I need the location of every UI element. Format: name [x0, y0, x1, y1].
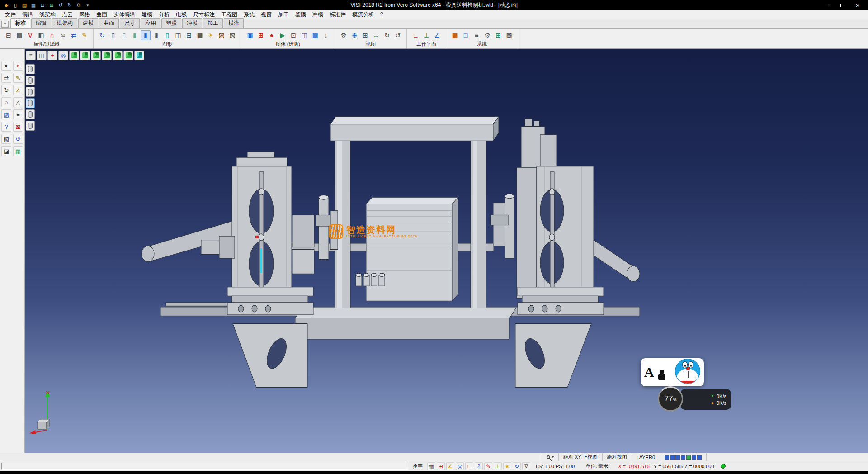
snap-settings-icon[interactable]: ▦ — [427, 462, 435, 470]
active-layer-indicator[interactable]: LAYER0 — [632, 453, 660, 461]
zoom-fit-icon[interactable]: ⊕ — [349, 30, 359, 40]
layer-swatch[interactable] — [665, 455, 669, 460]
tab-wireframe[interactable]: 线架构 — [52, 18, 77, 28]
filter-solid-icon[interactable] — [26, 87, 35, 97]
workplane-align-icon[interactable]: ⊥ — [421, 30, 431, 40]
axes-icon[interactable]: + — [47, 51, 57, 60]
layer-swatch[interactable] — [681, 455, 685, 460]
ime-assistant-card[interactable]: A — [641, 358, 704, 386]
rotate-view-icon[interactable]: ↻ — [382, 30, 392, 40]
image-gallery-icon[interactable]: ▤ — [310, 30, 320, 40]
measure-icon[interactable]: ∠ — [13, 85, 23, 95]
pan-view-icon[interactable]: ↔ — [371, 30, 381, 40]
layer-swatch[interactable] — [670, 455, 675, 460]
color-palette-icon[interactable]: ▦ — [450, 30, 460, 40]
view-settings-icon[interactable]: ⚙ — [339, 30, 349, 40]
zoom-window-icon[interactable]: ⊞ — [360, 30, 370, 40]
snapshot-icon[interactable]: ⊡ — [288, 30, 298, 40]
translate-icon[interactable]: ⇄ — [1, 73, 11, 83]
menu-window[interactable]: 视窗 — [258, 10, 275, 19]
info-icon[interactable]: ? — [1, 122, 11, 132]
ortho-icon[interactable]: ∟ — [465, 462, 473, 470]
record-video-icon[interactable]: ● — [267, 30, 277, 40]
workplane-lock-icon[interactable]: ⊥ — [494, 462, 502, 470]
previous-view-icon[interactable]: ↺ — [393, 30, 403, 40]
tab-machining[interactable]: 加工 — [203, 18, 223, 28]
lock-toggle[interactable]: 拴牢 — [408, 463, 427, 469]
view-mode-indicator[interactable]: 绝对 XY 上视图 — [558, 453, 602, 461]
erase-icon[interactable]: ⊠ — [13, 122, 23, 132]
filter-hidden-icon[interactable] — [26, 109, 35, 119]
hatch-icon[interactable]: ▧ — [1, 134, 11, 144]
grid-snap-icon[interactable]: ⊞ — [437, 462, 445, 470]
rendered-mode-icon[interactable]: ▮ — [151, 30, 161, 40]
message-field[interactable] — [1, 463, 408, 470]
usage-percent-badge[interactable]: 77% — [658, 386, 683, 412]
right-view-icon[interactable] — [102, 51, 112, 60]
assist-icon[interactable]: 2 — [475, 462, 483, 470]
view-ref-indicator[interactable]: 绝对视图 — [602, 453, 632, 461]
find-view-control[interactable]: ▾ — [542, 453, 558, 461]
circle-icon[interactable]: ○ — [1, 97, 11, 107]
swap-icon[interactable]: ⇄ — [69, 30, 79, 40]
hidden-line-mode-icon[interactable]: ▯ — [119, 30, 129, 40]
highlight-icon[interactable]: ★ — [503, 462, 511, 470]
menu-standard-parts[interactable]: 标准件 — [326, 10, 349, 19]
osnap-icon[interactable]: ◎ — [456, 462, 464, 470]
iso-view-icon[interactable] — [69, 51, 79, 60]
left-view-icon[interactable] — [113, 51, 123, 60]
settings-icon[interactable]: ⚙ — [75, 2, 82, 9]
close-button[interactable]: × — [850, 0, 865, 10]
refresh-status-icon[interactable]: ↻ — [513, 462, 521, 470]
shaded-mode-icon[interactable]: ▮ — [141, 30, 151, 40]
save-icon[interactable]: ▦ — [30, 2, 37, 9]
wireframe-mode-icon[interactable]: ▯ — [108, 30, 118, 40]
clipboard-icon[interactable]: ◪ — [1, 146, 11, 156]
play-animation-icon[interactable]: ▶ — [278, 30, 288, 40]
front-view-icon[interactable] — [91, 51, 101, 60]
layer-manager-icon[interactable]: ⊞ — [493, 30, 503, 40]
section-view-icon[interactable]: ◫ — [173, 30, 183, 40]
dynamic-rotate-icon[interactable]: ◎ — [58, 51, 68, 60]
selection-mask-icon[interactable]: ◧ — [36, 30, 46, 40]
tab-standard[interactable]: 标准 — [10, 18, 30, 28]
viewports-icon[interactable]: ◫ — [37, 51, 47, 60]
tab-dropdown-icon[interactable]: ▼ — [1, 21, 9, 28]
quick-shade-icon[interactable]: ▮ — [130, 30, 140, 40]
print-icon[interactable]: ⊟ — [39, 2, 46, 9]
tab-application[interactable]: 应用 — [141, 18, 160, 28]
undo-icon[interactable]: ↺ — [57, 2, 64, 9]
undo-icon[interactable]: ↺ — [13, 134, 23, 144]
fill-icon[interactable]: ▩ — [13, 146, 23, 156]
layer-swatch[interactable] — [697, 455, 702, 460]
layer-swatch[interactable] — [686, 455, 691, 460]
filter-icon[interactable]: ∇ — [25, 30, 35, 40]
app-logo-icon[interactable]: ◆ — [3, 2, 10, 9]
redraw-icon[interactable]: ↻ — [97, 30, 107, 40]
display-config-icon[interactable]: □ — [461, 30, 471, 40]
polar-snap-icon[interactable]: ∠ — [446, 462, 454, 470]
new-file-icon[interactable]: ▯ — [12, 2, 19, 9]
viewport-3d[interactable]: ≡◫+◎ — [25, 49, 868, 453]
filter-surface-icon[interactable] — [26, 76, 35, 85]
tab-die[interactable]: 冲模 — [182, 18, 202, 28]
delete-icon[interactable]: × — [13, 61, 23, 71]
print-attributes-icon[interactable]: ⊟ — [4, 30, 14, 40]
tab-plastic[interactable]: 塑膜 — [161, 18, 181, 28]
layer-swatch[interactable] — [675, 455, 680, 460]
multi-window-icon[interactable]: ⊞ — [184, 30, 194, 40]
workplane-xy-icon[interactable]: ∟ — [410, 30, 420, 40]
network-speed-widget[interactable]: ▼0K/s ▲0K/s — [680, 389, 731, 410]
open-file-icon[interactable]: ▤ — [21, 2, 28, 9]
transparency-icon[interactable]: ▯ — [162, 30, 172, 40]
plot-icon[interactable]: ⊞ — [48, 2, 55, 9]
list-manager-icon[interactable]: ≡ — [472, 30, 481, 40]
layers-icon[interactable]: ≡ — [13, 109, 23, 119]
lights-icon[interactable]: ☀ — [206, 30, 216, 40]
menu-flow-analysis[interactable]: 模流分析 — [349, 10, 377, 19]
compare-images-icon[interactable]: ◫ — [299, 30, 309, 40]
minimize-button[interactable] — [819, 0, 835, 10]
quickbar-dropdown-icon[interactable]: ▾ — [84, 2, 91, 9]
image-list-icon[interactable]: ⊞ — [256, 30, 266, 40]
top-view-icon[interactable] — [80, 51, 90, 60]
